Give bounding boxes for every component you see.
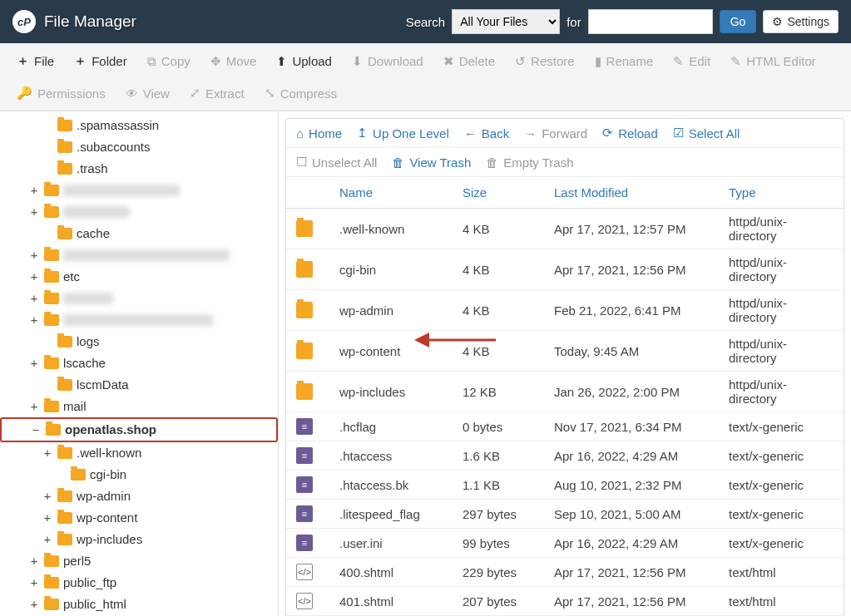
table-row[interactable]: ≡.user.ini99 bytesApr 16, 2022, 4:29 AMt… (286, 529, 844, 558)
tree-item[interactable]: +cgi-bin (0, 464, 278, 485)
view-label: View (143, 86, 170, 101)
folder-icon (44, 314, 59, 326)
delete-button[interactable]: ✖Delete (435, 48, 503, 74)
col-type[interactable]: Type (719, 177, 844, 209)
reload-link[interactable]: ⟳Reload (602, 126, 658, 140)
tree-toggle[interactable]: − (30, 421, 42, 439)
download-icon: ⬇ (352, 54, 363, 69)
tree-toggle[interactable]: + (42, 487, 53, 505)
tree-item[interactable]: +public_html (0, 594, 278, 615)
upload-button[interactable]: ⬆Upload (268, 48, 340, 74)
tree-toggle[interactable]: + (42, 444, 53, 462)
table-row[interactable]: ≡.htaccess1.6 KBApr 16, 2022, 4:29 AMtex… (286, 441, 844, 471)
restore-icon: ↺ (515, 54, 526, 69)
tree-item[interactable]: +.spamassassin (0, 115, 278, 136)
new-folder-button[interactable]: ＋Folder (66, 48, 136, 74)
home-link[interactable]: ⌂Home (296, 126, 342, 140)
file-table-wrap[interactable]: Name Size Last Modified Type .well-known… (285, 177, 844, 616)
empty-trash-link[interactable]: 🗑Empty Trash (486, 155, 573, 170)
tree-item[interactable]: +etc (0, 266, 278, 288)
tree-item[interactable]: +public_ftp (0, 572, 278, 594)
tree-item[interactable]: +cache (0, 223, 278, 244)
tree-toggle[interactable]: + (42, 530, 53, 549)
tree-item[interactable]: +mail (0, 396, 278, 417)
download-button[interactable]: ⬇Download (344, 48, 432, 74)
go-button[interactable]: Go (720, 10, 757, 33)
settings-button[interactable]: ⚙ Settings (763, 10, 839, 33)
forward-link[interactable]: →Forward (524, 126, 587, 140)
tree-toggle[interactable]: + (28, 203, 40, 221)
tree-item[interactable]: +wp-admin (0, 485, 278, 507)
tree-item[interactable]: +perl5 (0, 550, 278, 572)
permissions-button[interactable]: 🔑Permissions (8, 81, 114, 106)
compress-button[interactable]: ⤡Compress (256, 81, 345, 106)
tree-toggle[interactable]: + (42, 509, 53, 527)
tree-toggle[interactable]: + (28, 354, 40, 372)
tree-label: wp-content (77, 509, 137, 527)
tree-item[interactable]: +.well-known (0, 442, 278, 464)
tree-item[interactable]: −openatlas.shop (0, 417, 278, 442)
tree-toggle[interactable]: + (28, 574, 40, 592)
extract-button[interactable]: ⤢Extract (181, 81, 253, 106)
tree-toggle[interactable]: + (28, 552, 40, 570)
tree-label: wp-admin (77, 487, 131, 505)
col-modified[interactable]: Last Modified (544, 177, 719, 209)
new-file-button[interactable]: ＋File (8, 48, 62, 74)
up-level-link[interactable]: ↥Up One Level (357, 126, 449, 140)
table-row[interactable]: </>400.shtml229 bytesApr 17, 2021, 12:56… (286, 558, 844, 587)
search-input[interactable] (588, 9, 713, 34)
tree-item[interactable]: +logs (0, 331, 278, 352)
table-row[interactable]: ≡.hcflag0 bytesNov 17, 2021, 6:34 PMtext… (286, 412, 844, 441)
html-editor-button[interactable]: ✎HTML Editor (722, 48, 824, 74)
table-row[interactable]: wp-content4 KBToday, 9:45 AMhttpd/unix-d… (286, 331, 844, 372)
tree-item[interactable]: +wp-content (0, 507, 278, 529)
folder-tree[interactable]: +.spamassassin+.subaccounts+.trash+ + +c… (0, 111, 279, 616)
folder-icon (44, 249, 59, 261)
tree-item[interactable]: + (0, 180, 278, 201)
tree-item[interactable]: +wp-includes (0, 529, 278, 550)
tree-toggle[interactable]: + (28, 181, 40, 200)
unselect-all-link[interactable]: ☐Unselect All (296, 155, 377, 170)
tree-toggle[interactable]: + (28, 289, 40, 308)
move-button[interactable]: ✥Move (202, 48, 265, 74)
settings-label: Settings (787, 15, 829, 28)
copy-button[interactable]: ⧉Copy (139, 48, 199, 74)
col-size[interactable]: Size (453, 177, 544, 209)
search-scope-select[interactable]: All Your Files (452, 9, 560, 34)
back-link[interactable]: ←Back (464, 126, 509, 140)
tree-item[interactable]: + (0, 309, 278, 331)
restore-button[interactable]: ↺Restore (507, 48, 583, 74)
tree-label: logs (77, 333, 100, 351)
select-all-link[interactable]: ☑Select All (673, 126, 740, 140)
view-button[interactable]: 👁View (117, 81, 178, 106)
tree-toggle[interactable]: + (28, 246, 40, 264)
table-row[interactable]: wp-includes12 KBJan 26, 2022, 2:00 PMhtt… (286, 372, 844, 412)
view-trash-link[interactable]: 🗑View Trash (392, 155, 471, 170)
tree-item[interactable]: +.trash (0, 158, 278, 180)
folder-icon (44, 555, 59, 567)
tree-toggle[interactable]: + (28, 595, 40, 614)
table-row[interactable]: ≡.htaccess.bk1.1 KBAug 10, 2021, 2:32 PM… (286, 471, 844, 500)
tree-item[interactable]: + (0, 244, 278, 266)
edit-button[interactable]: ✎Edit (665, 48, 719, 74)
tree-item[interactable]: +.subaccounts (0, 136, 278, 158)
folder-icon (44, 271, 59, 283)
tree-toggle[interactable]: + (28, 311, 40, 329)
tree-item[interactable]: + (0, 201, 278, 223)
file-label: File (34, 54, 54, 68)
tree-toggle[interactable]: + (28, 268, 40, 286)
folder-icon (44, 577, 59, 589)
tree-item[interactable]: +lscmData (0, 374, 278, 396)
tree-item[interactable]: +lscache (0, 352, 278, 374)
tree-toggle[interactable]: + (28, 397, 40, 416)
file-size-cell: 297 bytes (453, 500, 544, 529)
table-row[interactable]: ≡.litespeed_flag297 bytesSep 10, 2021, 5… (286, 500, 844, 529)
table-row[interactable]: </>401.shtml207 bytesApr 17, 2021, 12:56… (286, 587, 844, 616)
table-row[interactable]: .well-known4 KBApr 17, 2021, 12:57 PMhtt… (286, 209, 844, 249)
tree-item[interactable]: + (0, 288, 278, 309)
rename-button[interactable]: ▮Rename (586, 48, 662, 74)
table-row[interactable]: cgi-bin4 KBApr 17, 2021, 12:56 PMhttpd/u… (286, 249, 844, 290)
col-name[interactable]: Name (329, 177, 453, 209)
table-row[interactable]: wp-admin4 KBFeb 21, 2022, 6:41 PMhttpd/u… (286, 290, 844, 331)
download-label: Download (368, 54, 423, 68)
